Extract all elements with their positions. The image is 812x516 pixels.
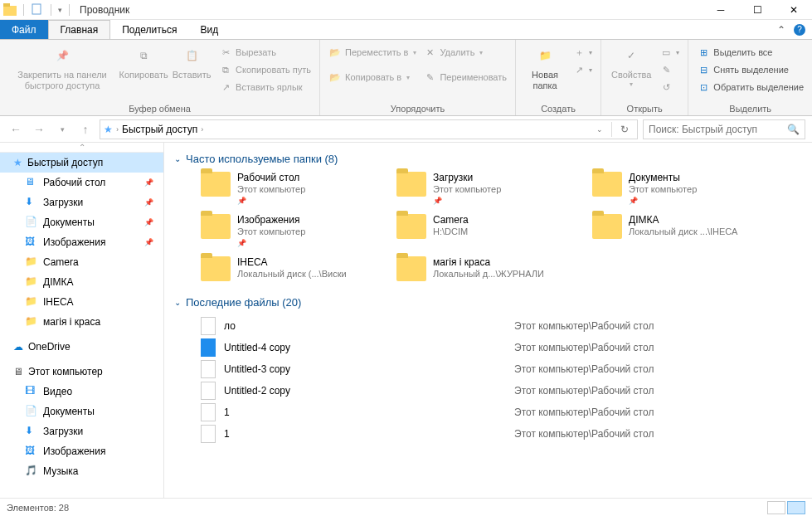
pin-icon: 📌 (51, 45, 74, 68)
folder-item[interactable]: магія і красаЛокальный д...\ЖУРНАЛИ (396, 256, 579, 281)
move-to-button[interactable]: 📂Переместить в▾ (327, 45, 418, 60)
folder-item[interactable]: CameraH:\DCIM (396, 214, 579, 248)
title-bar: ▾ Проводник ─ ☐ ✕ (0, 0, 812, 20)
paste-button[interactable]: 📋 Вставить (168, 41, 216, 80)
up-button[interactable]: ↑ (76, 120, 95, 139)
new-folder-button[interactable]: 📁 Новая папка (521, 41, 569, 90)
tree-scroll-up[interactable]: ⌃ (0, 143, 163, 153)
rename-button[interactable]: ✎Переименовать (421, 70, 508, 85)
group-open-label: Открыть (606, 102, 683, 115)
copy-path-button[interactable]: ⧉Скопировать путь (217, 62, 313, 77)
file-icon (201, 338, 216, 357)
invert-selection-button[interactable]: ⊡Обратить выделение (695, 80, 805, 95)
paste-shortcut-button[interactable]: ↗Вставить ярлык (217, 80, 313, 95)
qat-file-icon[interactable] (31, 3, 44, 17)
file-row[interactable]: лоЭтот компьютер\Рабочий стол (201, 315, 802, 337)
status-bar: Элементов: 28 (0, 498, 812, 516)
tree-item[interactable]: 🖼Изображения📌 (12, 232, 163, 252)
tab-home[interactable]: Главная (48, 20, 111, 39)
tree-item[interactable]: 🎞Видео (12, 382, 163, 402)
folder-item[interactable]: ДІМКАЛокальный диск ...\ІНЕСА (592, 214, 775, 248)
pin-quickaccess-button[interactable]: 📌 Закрепить на панели быстрого доступа (5, 41, 119, 90)
edit-button[interactable]: ✎ (658, 62, 681, 77)
folder-icon: 📁 (25, 315, 38, 329)
folder-item[interactable]: ЗагрузкиЭтот компьютер📌 (396, 172, 579, 206)
tree-item[interactable]: 📁ДІМКА (12, 272, 163, 292)
pin-icon: 📌 (433, 197, 501, 206)
breadcrumb-root[interactable]: Быстрый доступ (122, 124, 197, 135)
tab-share[interactable]: Поделиться (110, 20, 188, 39)
tab-file[interactable]: Файл (0, 20, 48, 39)
cut-button[interactable]: ✂Вырезать (217, 45, 313, 60)
history-icon: ↺ (659, 80, 673, 94)
quickaccess-icon: ★ (104, 124, 113, 135)
view-details-button[interactable] (767, 501, 785, 514)
view-large-icons-button[interactable] (787, 501, 805, 514)
minimize-button[interactable]: ─ (703, 0, 739, 20)
explorer-icon (3, 3, 17, 17)
maximize-button[interactable]: ☐ (739, 0, 776, 20)
new-item-button[interactable]: ＋▾ (571, 45, 594, 60)
tree-item[interactable]: 🎵Музыка (12, 461, 163, 481)
tree-item[interactable]: 🖥Рабочий стол📌 (12, 173, 163, 192)
group-organize-label: Упорядочить (325, 102, 510, 115)
tree-item[interactable]: 🖼Изображения (12, 441, 163, 461)
pin-icon: 📌 (144, 178, 153, 187)
folder-icon: 🖼 (25, 236, 38, 249)
address-dropdown-icon[interactable]: ⌄ (591, 125, 608, 134)
tree-item[interactable]: 📄Документы (12, 402, 163, 421)
search-icon[interactable]: 🔍 (787, 124, 800, 135)
tree-item[interactable]: 📄Документы📌 (12, 212, 163, 232)
section-recent-files[interactable]: ⌄ Последние файлы (20) (174, 296, 802, 309)
navigation-tree: ⌃ ★ Быстрый доступ 🖥Рабочий стол📌⬇Загруз… (0, 143, 164, 498)
forward-button[interactable]: → (30, 120, 48, 139)
collapse-ribbon-icon[interactable]: ⌃ (777, 24, 785, 36)
copy-button[interactable]: ⧉ Копировать (119, 41, 168, 80)
file-row[interactable]: Untitled-3 copyЭтот компьютер\Рабочий ст… (201, 358, 802, 380)
folder-icon (201, 256, 231, 281)
copy-to-button[interactable]: 📂Копировать в▾ (327, 70, 418, 85)
tree-item[interactable]: ⬇Загрузки📌 (12, 192, 163, 212)
file-row[interactable]: 1Этот компьютер\Рабочий стол (201, 423, 802, 445)
select-all-button[interactable]: ⊞Выделить все (695, 45, 805, 60)
close-button[interactable]: ✕ (776, 0, 812, 20)
back-button[interactable]: ← (7, 120, 25, 139)
open-button[interactable]: ▭▾ (658, 45, 681, 60)
folder-item[interactable]: ИзображенияЭтот компьютер📌 (201, 214, 383, 248)
search-box[interactable]: 🔍 (643, 119, 805, 139)
folder-icon (396, 256, 426, 281)
address-bar[interactable]: ★ › Быстрый доступ › ⌄ ↻ (100, 119, 638, 139)
file-row[interactable]: 1Этот компьютер\Рабочий стол (201, 402, 802, 423)
file-row[interactable]: Untitled-2 copyЭтот компьютер\Рабочий ст… (201, 380, 802, 402)
tree-onedrive[interactable]: ☁ OneDrive (0, 337, 163, 357)
tree-quick-access[interactable]: ★ Быстрый доступ (0, 153, 163, 173)
tree-item[interactable]: 📁ІНЕСА (12, 292, 163, 312)
pin-icon: 📌 (629, 197, 697, 206)
paste-icon: 📋 (180, 45, 203, 68)
folder-icon (201, 214, 231, 239)
folder-item[interactable]: Рабочий столЭтот компьютер📌 (201, 172, 383, 206)
pin-icon: 📌 (237, 239, 305, 248)
refresh-button[interactable]: ↻ (615, 124, 634, 135)
folder-item[interactable]: ІНЕСАЛокальный диск (...\Виски (201, 256, 383, 281)
history-button[interactable]: ↺ (658, 80, 681, 95)
tree-this-pc[interactable]: 🖥 Этот компьютер (0, 362, 163, 382)
properties-button[interactable]: ✓ Свойства ▾ (606, 41, 656, 88)
pin-icon: 📌 (237, 197, 305, 206)
file-row[interactable]: Untitled-4 copyЭтот компьютер\Рабочий ст… (201, 337, 802, 358)
tab-view[interactable]: Вид (188, 20, 230, 39)
tree-item[interactable]: ⬇Загрузки (12, 421, 163, 441)
delete-button[interactable]: ✕Удалить▾ (421, 45, 508, 60)
folder-item[interactable]: ДокументыЭтот компьютер📌 (592, 172, 775, 206)
content-pane: ⌄ Часто используемые папки (8) Рабочий с… (164, 143, 812, 498)
easy-access-button[interactable]: ↗▾ (571, 62, 594, 77)
qat-dropdown-icon[interactable]: ▾ (58, 6, 62, 14)
tree-item[interactable]: 📁Camera (12, 252, 163, 272)
tree-item[interactable]: 📁магія і краса (12, 312, 163, 332)
section-frequent-folders[interactable]: ⌄ Часто используемые папки (8) (174, 153, 802, 165)
folder-icon: 📄 (25, 216, 38, 229)
search-input[interactable] (649, 124, 787, 135)
select-none-button[interactable]: ⊟Снять выделение (695, 62, 805, 77)
help-icon[interactable]: ? (794, 24, 805, 36)
recent-locations-button[interactable]: ▾ (53, 120, 71, 139)
